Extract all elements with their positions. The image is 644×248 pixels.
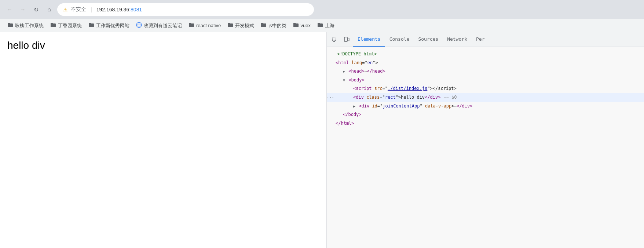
device-toolbar-button[interactable] [341, 34, 352, 45]
bookmark-label: 丁香园系统 [58, 22, 82, 29]
folder-icon [88, 22, 94, 29]
dom-html-close: </html> [327, 119, 644, 128]
back-button[interactable]: ← [4, 4, 15, 15]
folder-icon [293, 22, 299, 29]
folder-icon [317, 22, 323, 29]
dom-doctype: <!DOCTYPE html> [327, 50, 644, 59]
main-area: hello div ElementsConsoleSourcesNetw [0, 32, 644, 248]
forward-button[interactable]: → [18, 4, 28, 15]
folder-icon [189, 22, 194, 29]
devtools-tab-performance[interactable]: Per [472, 32, 489, 47]
globe-icon [136, 22, 142, 29]
bookmarks-bar: 咏柳工作系统丁香园系统工作新优秀网站收藏到有道云笔记react native开发… [0, 19, 644, 32]
bookmark-label: 上海 [325, 22, 334, 29]
devtools-tab-sources[interactable]: Sources [414, 32, 443, 47]
warning-icon: ⚠ [63, 7, 68, 12]
folder-icon [7, 22, 13, 29]
reload-button[interactable]: ↻ [31, 4, 41, 15]
bookmark-item-b2[interactable]: 丁香园系统 [47, 21, 85, 30]
bookmark-label: 咏柳工作系统 [15, 22, 44, 29]
address-port: :8081 [129, 7, 142, 12]
address-bar[interactable]: ⚠ 不安全 | 192.168.19.36:8081 [57, 3, 314, 16]
address-host: 192.168.19.36 [96, 7, 129, 12]
doctype-text: <!DOCTYPE html> [337, 51, 377, 56]
bookmark-item-b6[interactable]: 开发模式 [224, 21, 257, 30]
dom-head: ▶ <head>⋯</head> [327, 67, 644, 76]
devtools-tabs: ElementsConsoleSourcesNetworkPer [353, 32, 641, 47]
devtools-dom: <!DOCTYPE html> <html lang="en"> ▶ <head… [327, 47, 644, 248]
bookmark-label: 工作新优秀网站 [96, 22, 129, 29]
svg-rect-7 [348, 38, 349, 41]
svg-rect-6 [344, 37, 347, 41]
bookmark-label: 开发模式 [235, 22, 254, 29]
address-bar-row: ← → ↻ ⌂ ⚠ 不安全 | 192.168.19.36:8081 [0, 0, 644, 19]
folder-icon [261, 22, 267, 29]
bookmark-item-b4[interactable]: 收藏到有道云笔记 [133, 21, 185, 30]
bookmark-item-b7[interactable]: js中的类 [258, 21, 289, 30]
dom-html-open: <html lang="en"> [327, 59, 644, 68]
devtools-panel: ElementsConsoleSourcesNetworkPer <!DOCTY… [326, 32, 644, 248]
bookmark-label: vuex [301, 23, 311, 28]
bookmark-item-b3[interactable]: 工作新优秀网站 [85, 21, 132, 30]
svg-rect-3 [332, 37, 336, 41]
page-content: hello div [0, 32, 326, 248]
inspect-element-button[interactable] [330, 34, 340, 45]
home-button[interactable]: ⌂ [44, 4, 54, 15]
dom-body-close: </body> [327, 110, 644, 119]
bookmark-label: js中的类 [268, 22, 286, 29]
bookmark-item-b5[interactable]: react native [186, 21, 224, 30]
page-text: hello div [7, 40, 45, 51]
browser-chrome: ← → ↻ ⌂ ⚠ 不安全 | 192.168.19.36:8081 咏柳工作系… [0, 0, 644, 32]
bookmark-item-b8[interactable]: vuex [290, 21, 314, 30]
insecure-label: 不安全 [71, 6, 86, 13]
address-separator: | [91, 7, 92, 12]
dom-body-open: ▼ <body> [327, 76, 644, 85]
bookmark-item-b9[interactable]: 上海 [314, 21, 337, 30]
inspect-icon [332, 37, 338, 43]
dom-div-join: ▶ <div id="joinContentApp" data-v-app>⋯<… [327, 102, 644, 111]
devtools-toolbar: ElementsConsoleSourcesNetworkPer [327, 32, 644, 47]
folder-icon [50, 22, 56, 29]
bookmark-label: 收藏到有道云笔记 [144, 22, 182, 29]
address-url: 192.168.19.36:8081 [96, 7, 142, 12]
device-icon [344, 37, 350, 43]
devtools-tab-console[interactable]: Console [385, 32, 414, 47]
devtools-tab-network[interactable]: Network [443, 32, 472, 47]
devtools-tab-elements[interactable]: Elements [353, 32, 385, 47]
bookmark-label: react native [196, 23, 221, 28]
folder-icon [227, 22, 233, 29]
dom-div-rect: ··· <div class="rect">hello div</div>== … [327, 93, 644, 102]
bookmark-item-b1[interactable]: 咏柳工作系统 [4, 21, 47, 30]
dom-script: <script src="./dist/index.js"></script> [327, 84, 644, 93]
